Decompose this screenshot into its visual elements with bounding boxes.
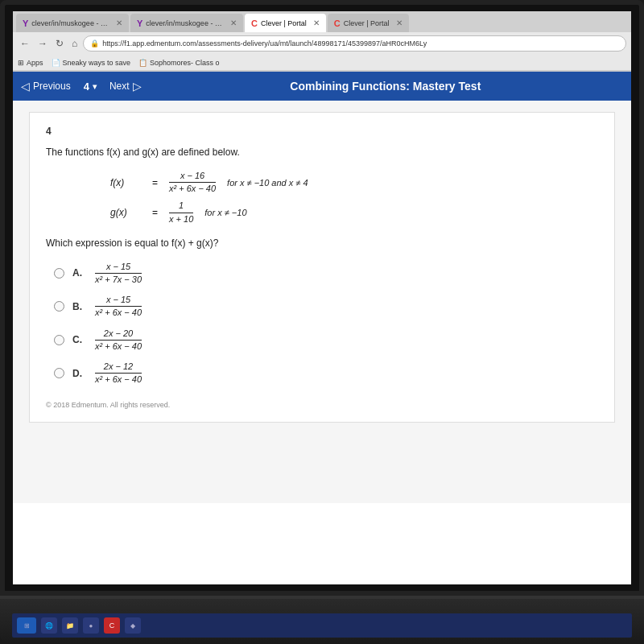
choice-d-num: 2x − 12	[104, 361, 133, 372]
question-card: 4 The functions f(x) and g(x) are define…	[29, 112, 615, 423]
address-bar-row: ← → ↻ ⌂ 🔒 https://f1.app.edmentum.com/as…	[13, 32, 631, 55]
bookmark-sneaky-label: Sneaky ways to save	[63, 59, 131, 67]
question-number-box[interactable]: 4 ▾	[77, 80, 103, 93]
which-expression-text: Which expression is equal to f(x) + g(x)…	[46, 237, 598, 249]
gx-line: g(x) = 1 x + 10 for x ≠ −10	[110, 200, 247, 224]
taskbar-folder[interactable]: 📁	[62, 617, 78, 634]
tab-clever-1[interactable]: C Clever | Portal ✕	[245, 14, 326, 32]
choice-a-label: A.	[72, 267, 85, 279]
question-number-badge: 4	[46, 126, 598, 137]
choice-b-label: B.	[72, 301, 85, 312]
tab-clever-2[interactable]: C Clever | Portal ✕	[328, 14, 409, 32]
gx-denominator: x + 10	[169, 214, 193, 225]
bookmark-sophomores[interactable]: 📋 Sophomores- Class o	[138, 59, 220, 67]
tab-close-1[interactable]: ✕	[116, 19, 122, 27]
choice-b-fraction: x − 15 x² + 6x − 40	[95, 295, 142, 318]
gx-equals: =	[152, 207, 158, 218]
next-arrow-icon: ▷	[133, 80, 142, 93]
tab-close-3[interactable]: ✕	[313, 19, 320, 27]
choice-a-bar	[95, 273, 142, 274]
gx-numerator: 1	[179, 200, 184, 211]
fx-fraction: x − 16 x² + 6x − 40	[169, 171, 216, 194]
taskbar-chrome[interactable]: C	[104, 617, 120, 634]
previous-button[interactable]: ◁ Previous	[21, 80, 71, 93]
taskbar-app2[interactable]: ◆	[125, 617, 141, 634]
choice-d[interactable]: D. 2x − 12 x² + 6x − 40	[54, 361, 598, 385]
choice-d-fraction: 2x − 12 x² + 6x − 40	[95, 361, 142, 385]
fx-line: f(x) = x − 16 x² + 6x − 40 for x ≠ −10 a…	[110, 171, 308, 194]
tabs-bar: Y clever/in/muskogee - Yahoo Se... ✕ Y c…	[13, 11, 631, 32]
fx-frac-bar	[169, 182, 216, 183]
choice-b-bar	[95, 306, 142, 307]
home-button[interactable]: ⌂	[69, 38, 80, 49]
page-icon: 📄	[52, 59, 60, 67]
quiz-title: Combining Functions: Mastery Test	[148, 80, 623, 93]
choice-a-fraction: x − 15 x² + 7x − 30	[95, 262, 142, 285]
choice-c-den: x² + 6x − 40	[95, 341, 142, 352]
choice-b[interactable]: B. x − 15 x² + 6x − 40	[54, 295, 598, 318]
bookmarks-bar: ⊞ Apps 📄 Sneaky ways to save 📋 Sophomore…	[13, 55, 631, 71]
fx-denominator: x² + 6x − 40	[169, 184, 216, 194]
choice-c-label: C.	[72, 334, 85, 345]
taskbar: ⊞ 🌐 📁 ● C ◆	[12, 613, 632, 638]
main-content: 4 The functions f(x) and g(x) are define…	[13, 101, 631, 503]
gx-condition: for x ≠ −10	[204, 208, 246, 217]
choice-a-num: x − 15	[106, 262, 130, 272]
choice-c-fraction: 2x − 20 x² + 6x − 40	[95, 328, 142, 352]
prev-arrow-icon: ◁	[21, 80, 30, 93]
radio-c[interactable]	[54, 335, 64, 345]
tab-label-1: clever/in/muskogee - Yahoo Se...	[31, 19, 109, 27]
choice-d-den: x² + 6x − 40	[95, 374, 142, 385]
tab-close-2[interactable]: ✕	[230, 19, 237, 27]
bookmark-apps-label: Apps	[27, 59, 43, 67]
next-label: Next	[109, 80, 130, 92]
refresh-button[interactable]: ↻	[53, 38, 66, 49]
tab-favicon-2: Y	[137, 19, 142, 28]
question-intro-text: The functions f(x) and g(x) are defined …	[46, 147, 598, 158]
quiz-nav-bar: ◁ Previous 4 ▾ Next ▷ Combining Function…	[13, 72, 631, 101]
radio-b[interactable]	[54, 301, 64, 312]
taskbar-app1[interactable]: ●	[83, 617, 99, 634]
bookmark-sneaky[interactable]: 📄 Sneaky ways to save	[52, 59, 131, 67]
answer-choices: A. x − 15 x² + 7x − 30 B. x − 15	[54, 262, 598, 386]
address-bar[interactable]: 🔒 https://f1.app.edmentum.com/assessment…	[83, 35, 626, 52]
choice-c[interactable]: C. 2x − 20 x² + 6x − 40	[54, 328, 598, 352]
forward-button[interactable]: →	[35, 38, 50, 49]
radio-a[interactable]	[54, 268, 64, 279]
fx-label: f(x)	[110, 177, 142, 188]
tab-yahoo-2[interactable]: Y clever/in/muskogee - Yahoo Se... ✕	[130, 14, 243, 32]
bookmark-apps[interactable]: ⊞ Apps	[18, 59, 43, 67]
tab-label-3: Clever | Portal	[261, 19, 307, 27]
taskbar-ie[interactable]: 🌐	[41, 617, 57, 634]
math-display: f(x) = x − 16 x² + 6x − 40 for x ≠ −10 a…	[110, 171, 598, 225]
choice-c-bar	[95, 340, 142, 341]
tab-favicon-3: C	[251, 19, 258, 28]
choice-a-den: x² + 7x − 30	[95, 275, 142, 285]
previous-label: Previous	[33, 80, 71, 92]
gx-label: g(x)	[110, 207, 142, 218]
choice-c-num: 2x − 20	[104, 328, 133, 339]
bookmark-sophomores-label: Sophomores- Class o	[150, 59, 220, 67]
tab-yahoo-1[interactable]: Y clever/in/muskogee - Yahoo Se... ✕	[16, 14, 129, 32]
question-number-display: 4	[84, 80, 89, 93]
tab-label-2: clever/in/muskogee - Yahoo Se...	[146, 19, 224, 27]
fx-equals: =	[152, 177, 158, 188]
choice-d-bar	[95, 373, 142, 374]
fx-condition: for x ≠ −10 and x ≠ 4	[227, 178, 308, 188]
copyright-footer: © 2018 Edmentum. All rights reserved.	[46, 401, 598, 409]
tab-favicon-4: C	[334, 19, 341, 28]
lock-icon: 🔒	[90, 39, 99, 47]
back-button[interactable]: ←	[18, 38, 32, 49]
gx-frac-bar	[169, 213, 193, 213]
choice-b-den: x² + 6x − 40	[95, 308, 142, 318]
next-button[interactable]: Next ▷	[109, 80, 142, 93]
address-text: https://f1.app.edmentum.com/assessments-…	[102, 39, 427, 47]
fx-numerator: x − 16	[180, 171, 204, 181]
gx-fraction: 1 x + 10	[169, 200, 193, 224]
radio-d[interactable]	[54, 368, 64, 378]
choice-b-num: x − 15	[106, 295, 130, 305]
start-button[interactable]: ⊞	[17, 617, 36, 634]
choice-a[interactable]: A. x − 15 x² + 7x − 30	[54, 262, 598, 285]
tab-close-4[interactable]: ✕	[396, 19, 402, 27]
laptop-bottom: hp ⊞ 🌐 📁 ● C ◆	[0, 596, 644, 644]
